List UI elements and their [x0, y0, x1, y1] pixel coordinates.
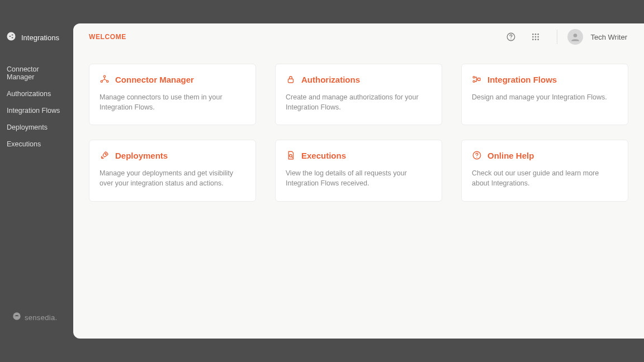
lock-icon	[286, 74, 296, 84]
svg-point-6	[510, 39, 511, 39]
svg-point-7	[532, 34, 534, 35]
svg-point-10	[532, 36, 534, 38]
card-integration-flows[interactable]: Integration Flows Design and manage your…	[461, 64, 628, 125]
sidebar-item-deployments[interactable]: Deployments	[0, 119, 73, 136]
brand[interactable]: Integrations	[0, 31, 73, 61]
sidebar-item-executions[interactable]: Executions	[0, 136, 73, 153]
card-desc: Check out our user guide and learn more …	[472, 168, 618, 188]
apps-button[interactable]	[528, 29, 543, 45]
svg-point-24	[105, 154, 106, 155]
svg-point-2	[13, 35, 15, 36]
svg-point-13	[532, 39, 534, 40]
topbar: WELCOME	[73, 23, 644, 50]
svg-point-9	[537, 34, 539, 35]
app-root: Integrations Connector Manager Authoriza…	[0, 0, 644, 362]
connector-icon	[100, 74, 110, 84]
brand-icon	[6, 31, 17, 44]
svg-point-17	[103, 75, 105, 77]
user-menu[interactable]: Tech Writer	[567, 29, 630, 45]
apps-icon	[531, 32, 540, 41]
card-desc: View the log details of all requests you…	[286, 168, 432, 188]
file-search-icon	[286, 150, 296, 160]
page-title: WELCOME	[89, 33, 126, 41]
svg-rect-23	[478, 78, 481, 81]
main: WELCOME	[73, 23, 644, 339]
main-wrap: WELCOME	[73, 0, 644, 362]
card-title: Deployments	[115, 151, 168, 160]
help-icon	[506, 32, 516, 42]
sidebar-nav: Connector Manager Authorizations Integra…	[0, 61, 73, 153]
card-desc: Design and manage your Integration Flows…	[472, 92, 618, 102]
svg-point-22	[473, 80, 475, 82]
avatar-icon	[570, 31, 581, 42]
card-title: Connector Manager	[115, 75, 194, 84]
card-title: Authorizations	[301, 75, 360, 84]
card-online-help[interactable]: Online Help Check out our user guide and…	[461, 140, 628, 201]
card-desc: Manage connectors to use them in your In…	[100, 92, 245, 112]
sidebar-item-integration-flows[interactable]: Integration Flows	[0, 102, 73, 119]
svg-rect-20	[288, 79, 293, 83]
card-deployments[interactable]: Deployments Manage your deployments and …	[89, 140, 256, 201]
card-executions[interactable]: Executions View the log details of all r…	[275, 140, 442, 201]
brand-label: Integrations	[21, 34, 59, 42]
card-title: Executions	[301, 151, 346, 160]
sensedia-logo-icon	[12, 312, 21, 323]
topbar-divider	[557, 30, 557, 44]
svg-point-1	[8, 36, 9, 37]
help-button[interactable]	[503, 29, 519, 45]
help-circle-icon	[472, 150, 482, 160]
sidebar-footer: sensedia.	[0, 312, 73, 362]
card-title: Online Help	[487, 151, 534, 160]
svg-point-15	[537, 39, 539, 40]
card-desc: Create and manage authorizations for you…	[286, 92, 432, 112]
svg-point-11	[534, 36, 536, 38]
footer-label: sensedia.	[25, 313, 57, 322]
flow-icon	[472, 74, 482, 84]
svg-point-14	[534, 39, 536, 40]
svg-point-8	[534, 34, 536, 35]
avatar	[567, 29, 583, 45]
rocket-icon	[100, 150, 110, 160]
content: Connector Manager Manage connectors to u…	[73, 50, 644, 339]
sidebar-item-authorizations[interactable]: Authorizations	[0, 85, 73, 102]
svg-point-3	[13, 37, 15, 39]
svg-point-27	[476, 157, 477, 158]
sidebar-item-connector-manager[interactable]: Connector Manager	[0, 61, 73, 85]
svg-point-19	[107, 80, 108, 82]
card-title: Integration Flows	[487, 75, 557, 84]
user-name: Tech Writer	[591, 33, 628, 41]
svg-point-16	[573, 34, 577, 37]
svg-point-18	[101, 80, 102, 82]
svg-point-21	[473, 77, 475, 78]
card-desc: Manage your deployments and get visibili…	[100, 168, 245, 188]
sidebar: Integrations Connector Manager Authoriza…	[0, 0, 73, 362]
card-grid: Connector Manager Manage connectors to u…	[89, 64, 628, 202]
svg-point-12	[537, 36, 539, 38]
card-authorizations[interactable]: Authorizations Create and manage authori…	[275, 64, 442, 125]
card-connector-manager[interactable]: Connector Manager Manage connectors to u…	[89, 64, 256, 125]
topbar-actions: Tech Writer	[503, 29, 630, 45]
